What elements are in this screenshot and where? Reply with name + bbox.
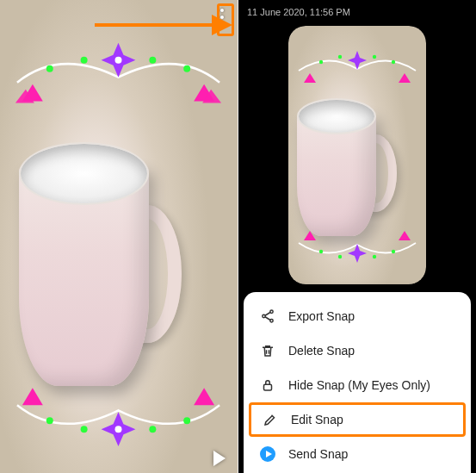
export-snap-item[interactable]: Export Snap — [244, 299, 471, 333]
snap-preview[interactable] — [288, 26, 426, 284]
svg-point-18 — [270, 310, 273, 313]
svg-point-19 — [263, 314, 265, 317]
snap-action-sheet: Export Snap Delete Snap Hide Snap (My Ey… — [244, 292, 471, 473]
mug-illustration — [19, 142, 185, 407]
menu-item-label: Hide Snap (My Eyes Only) — [288, 378, 430, 392]
hide-snap-item[interactable]: Hide Snap (My Eyes Only) — [244, 368, 471, 402]
menu-item-label: Edit Snap — [291, 413, 343, 426]
send-snap-item[interactable]: Send Snap — [244, 437, 471, 471]
snap-photo — [0, 0, 238, 473]
snap-timestamp: 11 June 2020, 11:56 PM — [238, 0, 476, 22]
menu-item-label: Send Snap — [288, 447, 348, 461]
snap-full-view — [0, 0, 238, 473]
delete-snap-item[interactable]: Delete Snap — [244, 333, 471, 368]
trash-icon — [259, 342, 276, 359]
callout-arrow — [95, 12, 232, 38]
share-icon — [259, 308, 276, 325]
edit-snap-item[interactable]: Edit Snap — [249, 402, 466, 437]
svg-point-20 — [270, 320, 273, 322]
snap-options-view: 11 June 2020, 11:56 PM — [238, 0, 476, 473]
lock-icon — [259, 377, 276, 394]
menu-item-label: Export Snap — [288, 309, 355, 323]
svg-rect-21 — [264, 384, 272, 390]
send-icon — [259, 445, 276, 463]
pencil-icon — [262, 411, 279, 428]
send-arrow-icon[interactable] — [213, 451, 226, 466]
menu-item-label: Delete Snap — [288, 344, 355, 358]
